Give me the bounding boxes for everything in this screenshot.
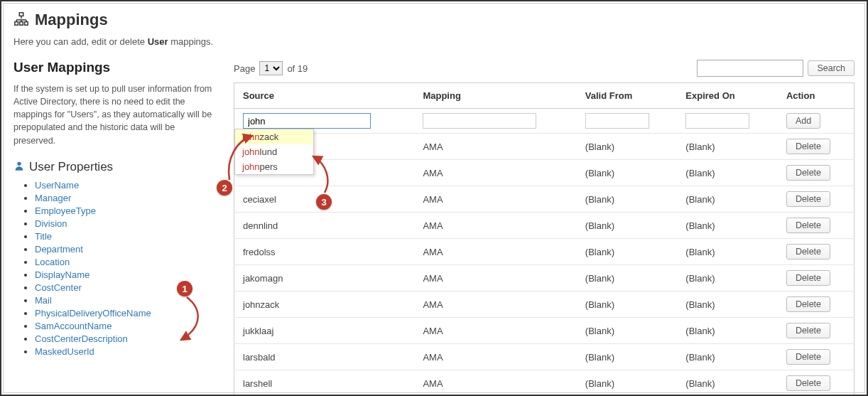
table-row: AMA(Blank)(Blank)Delete <box>234 160 855 186</box>
column-header: Valid From <box>577 83 678 109</box>
property-item: Location <box>35 257 212 267</box>
autocomplete-item[interactable]: johnlund <box>235 144 313 159</box>
page-header: Mappings <box>13 11 855 29</box>
sidebar-explanation: If the system is set up to pull user inf… <box>13 82 212 147</box>
cell-valid_from: (Blank) <box>577 291 678 318</box>
property-item: CostCenterDescription <box>35 333 212 344</box>
cell-expired_on: (Blank) <box>677 318 778 344</box>
property-link[interactable]: MaskedUserId <box>35 346 94 357</box>
cell-mapping: AMA <box>414 186 576 213</box>
property-link[interactable]: Division <box>35 218 67 229</box>
table-row: larsbaldAMA(Blank)(Blank)Delete <box>234 344 855 370</box>
page-description: Here you can add, edit or delete User ma… <box>13 36 855 47</box>
delete-button[interactable]: Delete <box>786 323 830 338</box>
table-row: jakomagnAMA(Blank)(Blank)Delete <box>234 265 855 291</box>
callout-3: 3 <box>316 194 332 210</box>
svg-rect-2 <box>20 21 23 25</box>
property-item: SamAccountName <box>35 321 212 331</box>
delete-button[interactable]: Delete <box>786 191 830 207</box>
main-panel: Page 1 of 19 Search SourceMappingValid F… <box>234 60 855 396</box>
search-button[interactable]: Search <box>808 60 855 76</box>
column-header: Mapping <box>414 83 576 109</box>
cell-valid_from: (Blank) <box>577 213 678 239</box>
table-row: dennlindAMA(Blank)(Blank)Delete <box>234 213 855 239</box>
properties-title: User Properties <box>29 160 113 174</box>
cell-expired_on: (Blank) <box>677 291 778 318</box>
cell-expired_on: (Blank) <box>677 239 778 265</box>
cell-source: jukklaaj <box>234 318 415 344</box>
page-select[interactable]: 1 <box>259 61 283 75</box>
delete-button[interactable]: Delete <box>786 218 830 233</box>
cell-expired_on: (Blank) <box>677 134 778 160</box>
property-link[interactable]: EmployeeType <box>35 205 96 216</box>
property-item: EmployeeType <box>35 205 212 216</box>
property-item: Manager <box>35 193 212 203</box>
cell-source: larsbald <box>234 344 415 370</box>
cell-valid_from: (Blank) <box>577 318 678 344</box>
source-filter-input[interactable] <box>243 113 371 129</box>
autocomplete-dropdown: johnzackjohnlundjohnpers <box>234 129 314 175</box>
property-item: Title <box>35 231 212 242</box>
cell-mapping: AMA <box>414 370 576 397</box>
svg-rect-1 <box>15 21 18 25</box>
table-row: johnzackAMA(Blank)(Blank)Delete <box>234 291 855 318</box>
autocomplete-item[interactable]: johnzack <box>235 129 313 144</box>
svg-rect-0 <box>19 12 23 16</box>
property-item: PhysicalDeliveryOfficeName <box>35 308 212 319</box>
cell-expired_on: (Blank) <box>677 186 778 213</box>
filter-row: johnzackjohnlundjohnpers Add <box>234 109 855 134</box>
cell-source: jakomagn <box>234 265 415 291</box>
property-link[interactable]: Manager <box>35 193 71 203</box>
expired-on-filter-input[interactable] <box>685 113 749 129</box>
property-item: Department <box>35 244 212 255</box>
property-link[interactable]: DisplayName <box>35 269 89 280</box>
property-item: DisplayName <box>35 269 212 280</box>
table-row: jukklaajAMA(Blank)(Blank)Delete <box>234 318 855 344</box>
column-header: Action <box>778 83 855 109</box>
table-row: larshellAMA(Blank)(Blank)Delete <box>234 370 855 397</box>
svg-rect-3 <box>25 21 28 25</box>
delete-button[interactable]: Delete <box>786 139 830 154</box>
property-link[interactable]: UserName <box>35 180 79 191</box>
cell-expired_on: (Blank) <box>677 265 778 291</box>
user-icon <box>13 160 25 173</box>
cell-expired_on: (Blank) <box>677 344 778 370</box>
mappings-table: SourceMappingValid FromExpired OnAction … <box>234 82 855 396</box>
mapping-filter-input[interactable] <box>423 113 536 129</box>
delete-button[interactable]: Delete <box>786 270 830 286</box>
cell-mapping: AMA <box>414 239 576 265</box>
callout-1: 1 <box>177 281 192 296</box>
property-item: MaskedUserId <box>35 346 212 357</box>
autocomplete-item[interactable]: johnpers <box>235 159 313 174</box>
search-input[interactable] <box>697 60 803 77</box>
property-link[interactable]: Title <box>35 231 52 242</box>
properties-list: UserNameManagerEmployeeTypeDivisionTitle… <box>13 180 212 357</box>
cell-valid_from: (Blank) <box>577 186 678 213</box>
property-link[interactable]: Mail <box>35 295 52 306</box>
property-link[interactable]: Location <box>35 257 70 267</box>
delete-button[interactable]: Delete <box>786 349 830 365</box>
cell-mapping: AMA <box>414 134 576 160</box>
cell-valid_from: (Blank) <box>577 239 678 265</box>
property-item: UserName <box>35 180 212 191</box>
add-button[interactable]: Add <box>786 113 820 129</box>
property-link[interactable]: PhysicalDeliveryOfficeName <box>35 308 151 319</box>
valid-from-filter-input[interactable] <box>585 113 649 129</box>
sidebar-title: User Mappings <box>13 60 212 75</box>
property-link[interactable]: CostCenter <box>35 282 82 293</box>
cell-source: larshell <box>234 370 415 397</box>
property-link[interactable]: Department <box>35 244 83 255</box>
delete-button[interactable]: Delete <box>786 375 830 391</box>
delete-button[interactable]: Delete <box>786 244 830 259</box>
delete-button[interactable]: Delete <box>786 165 830 181</box>
page-title: Mappings <box>35 11 108 29</box>
cell-source: dennlind <box>234 213 415 239</box>
property-link[interactable]: SamAccountName <box>35 321 112 331</box>
cell-mapping: AMA <box>414 160 576 186</box>
delete-button[interactable]: Delete <box>786 296 830 312</box>
table-row: AMA(Blank)(Blank)Delete <box>234 134 855 160</box>
cell-valid_from: (Blank) <box>577 370 678 397</box>
property-link[interactable]: CostCenterDescription <box>35 333 128 344</box>
cell-mapping: AMA <box>414 265 576 291</box>
property-item: Division <box>35 218 212 229</box>
